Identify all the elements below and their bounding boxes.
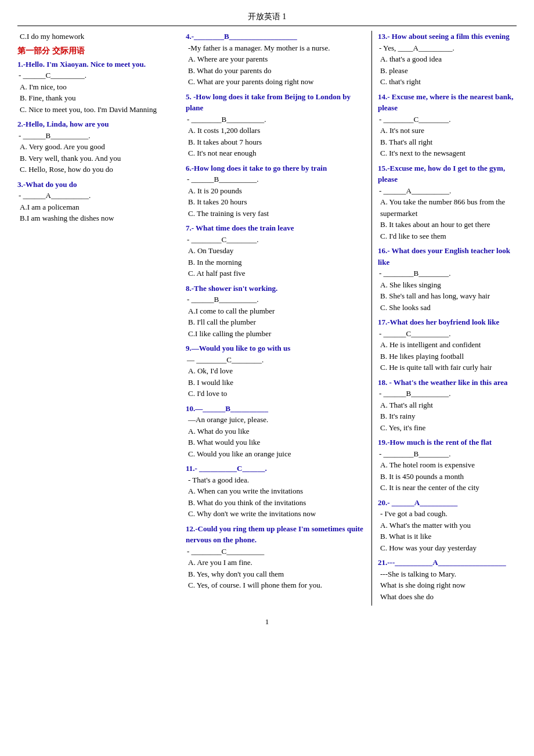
q14-answer: - ________C________. <box>379 114 517 125</box>
q8-block: 8.-The shower isn't working. - ______B__… <box>186 283 366 340</box>
q9-opt-a: A. Ok, I'd love <box>188 365 366 377</box>
q13-block: 13.- How about seeing a film this evenin… <box>378 31 517 88</box>
q6-answer: - ______B__________. <box>187 174 366 185</box>
q9-title: 9.—Would you like to go with us <box>186 343 366 354</box>
q13-opt-b: B. please <box>380 65 517 77</box>
q10-subtitle: —An orange juice, please. <box>188 414 366 426</box>
q18-opt-a: A. That's all right <box>380 399 517 411</box>
page-title: 开放英语 1 <box>17 12 517 26</box>
q9-block: 9.—Would you like to go with us — ______… <box>186 343 366 399</box>
question-1-block: 1.-Hello. I'm Xiaoyan. Nice to meet you.… <box>17 59 174 116</box>
q8-opt-b: B. I'll call the plumber <box>188 316 366 328</box>
q5-title: 5. -How long does it take from Beijng to… <box>186 91 366 114</box>
q17-block: 17.-What does her boyfriend look like - … <box>378 316 517 373</box>
q2-opt-a: A. Very good. Are you good <box>20 141 174 153</box>
q4-title: 4.-________B__________________ <box>186 31 366 42</box>
q2-answer: - ______B__________. <box>19 130 174 142</box>
q13-title: 13.- How about seeing a film this evenin… <box>378 31 517 42</box>
q6-opt-a: A. It is 20 pounds <box>188 185 366 197</box>
q20-title: 20.- ______A__________ <box>378 497 517 509</box>
q12-block: 12.-Could you ring them up please I'm so… <box>186 523 366 591</box>
q2-title: 2.-Hello, Linda, how are you <box>17 118 174 130</box>
q11-block: 11.- __________C______. - That's a good … <box>186 463 366 520</box>
option-c-homework: C.I do my homework <box>20 31 174 42</box>
q21-opt-a: What is she doing right now <box>380 579 517 591</box>
q9-opt-b: B. I would like <box>188 377 366 388</box>
q13-answer: - Yes, ____A_________. <box>379 42 517 54</box>
q5-answer: - ________B__________. <box>187 114 366 125</box>
q15-title: 15.-Excuse me, how do I get to the gym, … <box>378 163 517 185</box>
q8-opt-a: A.I come to call the plumber <box>188 305 366 317</box>
q17-answer: - ______C__________. <box>379 328 517 340</box>
q19-answer: - ________B________. <box>379 448 517 460</box>
q8-title: 8.-The shower isn't working. <box>186 283 366 294</box>
q6-opt-c: C. The training is very fast <box>188 208 366 219</box>
q20-subtitle: - I've got a bad cough. <box>380 508 517 520</box>
q16-answer: - ________B________. <box>379 268 517 279</box>
q3-title: 3.-What do you do <box>17 179 174 190</box>
q20-block: 20.- ______A__________ - I've got a bad … <box>378 497 517 554</box>
q16-opt-a: A. She likes singing <box>380 279 517 291</box>
q11-subtitle: - That's a good idea. <box>188 474 366 486</box>
q17-title: 17.-What does her boyfriend look like <box>378 316 517 328</box>
q4-opt-c: C. What are your parents doing right now <box>188 76 366 88</box>
q5-opt-c: C. It's not near enough <box>188 147 366 159</box>
q15-answer: - ______A__________. <box>379 185 517 197</box>
q5-block: 5. -How long does it take from Beijng to… <box>186 91 366 159</box>
q21-subtitle: ---She is talking to Mary. <box>380 568 517 580</box>
q7-opt-b: B. In the morning <box>188 257 366 268</box>
q3-answer: - ______A__________. <box>19 190 174 201</box>
q13-opt-c: C. that's right <box>380 76 517 88</box>
q19-title: 19.-How much is the rent of the flat <box>378 437 517 448</box>
q19-opt-b: B. It is 450 pounds a month <box>380 471 517 483</box>
top-item: C.I do my homework <box>17 31 174 42</box>
q6-block: 6.-How long does it take to go there by … <box>186 163 366 219</box>
q20-opt-b: B. What is it like <box>380 531 517 542</box>
q10-block: 10.—______B__________ —An orange juice, … <box>186 403 366 460</box>
q11-title: 11.- __________C______. <box>186 463 366 474</box>
q18-title: 18. - What's the weather like in this ar… <box>378 377 517 388</box>
q11-opt-b: B. What do you think of the invitations <box>188 497 366 509</box>
q11-opt-a: A. When can you write the invitations <box>188 485 366 497</box>
page: 开放英语 1 C.I do my homework 第一部分 交际用语 1.-H… <box>0 0 534 638</box>
q16-title: 16.- What does your English teacher look… <box>378 245 517 268</box>
q9-answer: — ________C________. <box>187 354 366 366</box>
q2-opt-b: B. Very well, thank you. And you <box>20 153 174 164</box>
q12-opt-a: A. Are you I am fine. <box>188 557 366 568</box>
q18-opt-c: C. Yes, it's fine <box>380 422 517 434</box>
q12-answer: - ________C__________ <box>187 546 366 557</box>
q16-opt-b: B. She's tall and has long, wavy hair <box>380 290 517 302</box>
right-column: 13.- How about seeing a film this evenin… <box>371 31 517 606</box>
q11-opt-c: C. Why don't we write the invitations no… <box>188 508 366 520</box>
q12-opt-c: C. Yes, of course. I will phone them for… <box>188 579 366 591</box>
q9-opt-c: C. I'd love to <box>188 388 366 399</box>
q10-opt-c: C. Would you like an orange juice <box>188 448 366 460</box>
q8-opt-c: C.I like calling the plumber <box>188 328 366 340</box>
q19-opt-c: C. It is near the center of the city <box>380 482 517 494</box>
q18-answer: - ______B__________. <box>379 388 517 399</box>
middle-column: 4.-________B__________________ -My fathe… <box>180 31 371 606</box>
q16-block: 16.- What does your English teacher look… <box>378 245 517 313</box>
q14-opt-c: C. It's next to the newsagent <box>380 147 517 159</box>
q15-opt-b: B. It takes about an hour to get there <box>380 219 517 231</box>
q4-opt-b: B. What do your parents do <box>188 65 366 77</box>
q20-opt-c: C. How was your day yesterday <box>380 542 517 554</box>
q8-answer: - ______B__________. <box>187 294 366 305</box>
q6-opt-b: B. It takes 20 hours <box>188 196 366 208</box>
q19-block: 19.-How much is the rent of the flat - _… <box>378 437 517 494</box>
q14-title: 14.- Excuse me, where is the nearest ban… <box>378 91 517 114</box>
q13-opt-a: A. that's a good idea <box>380 53 517 65</box>
left-column: C.I do my homework 第一部分 交际用语 1.-Hello. I… <box>17 31 180 606</box>
q17-opt-b: B. He likes playing football <box>380 351 517 362</box>
q14-block: 14.- Excuse me, where is the nearest ban… <box>378 91 517 159</box>
q7-block: 7.- What time does the train leave - ___… <box>186 222 366 279</box>
q21-title: 21.---__________A__________________ <box>378 557 517 568</box>
q7-answer: - ________C________. <box>187 234 366 246</box>
q10-opt-b: B. What would you like <box>188 437 366 448</box>
q1-opt-a: A. I'm nice, too <box>20 81 174 93</box>
q18-opt-b: B. It's rainy <box>380 411 517 422</box>
q4-subtitle: -My father is a manager. My mother is a … <box>188 42 366 54</box>
q10-title: 10.—______B__________ <box>186 403 366 415</box>
q3-opt-b: B.I am washing the dishes now <box>20 213 174 224</box>
q15-opt-c: C. I'd like to see them <box>380 231 517 242</box>
